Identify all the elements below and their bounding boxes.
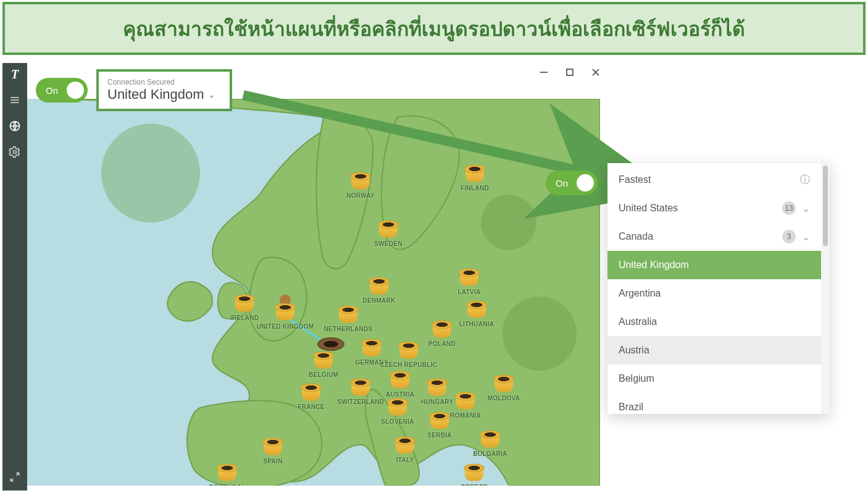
map-marker-label: LITHUANIA xyxy=(459,321,495,327)
server-count-badge: 3 xyxy=(782,230,796,243)
maximize-button[interactable] xyxy=(565,68,574,77)
pot-icon xyxy=(493,375,514,392)
pot-icon xyxy=(234,295,255,312)
map-marker-sweden[interactable]: SWEDEN xyxy=(374,221,403,247)
close-button[interactable] xyxy=(591,68,600,77)
map-marker-poland[interactable]: POLAND xyxy=(428,321,456,347)
map-marker-portugal[interactable]: PORTUGAL xyxy=(213,464,241,486)
map-marker-united-kingdom[interactable]: UNITED KINGDOM xyxy=(271,303,299,330)
dropdown-item-brazil[interactable]: Brazil xyxy=(607,393,821,414)
map-marker-slovenia[interactable]: SLOVENIA xyxy=(383,398,412,425)
dropdown-item-label: Australia xyxy=(619,316,657,327)
globe-icon[interactable] xyxy=(7,119,22,133)
map-marker-switzerland[interactable]: SWITZERLAND xyxy=(346,379,375,405)
map-marker-label: MOLDOVA xyxy=(488,395,520,402)
map-marker-label: POLAND xyxy=(428,340,456,347)
app-window: T On Connection Secured United Kingdom xyxy=(2,58,866,491)
dropdown-item-label: Fastest xyxy=(619,174,651,185)
dropdown-item-belgium[interactable]: Belgium xyxy=(607,364,821,393)
map-marker-hungary[interactable]: HUNGARY xyxy=(423,379,451,405)
map-marker-denmark[interactable]: DENMARK xyxy=(365,277,393,304)
chevron-down-icon[interactable]: ⌄ xyxy=(802,231,810,243)
map-marker-austria[interactable]: AUSTRIA xyxy=(386,371,414,398)
map-marker-label: NETHERLANDS xyxy=(324,326,373,332)
pot-icon xyxy=(387,398,408,416)
menu-icon[interactable] xyxy=(7,93,22,107)
pot-icon xyxy=(459,269,480,286)
pot-icon xyxy=(464,165,485,182)
map-marker-label: IRELAND xyxy=(230,314,259,321)
dropdown-item-label: Argentina xyxy=(619,288,661,299)
map-marker-label: AUSTRIA xyxy=(386,391,415,398)
map-marker-label: SERBIA xyxy=(427,432,452,439)
resize-icon[interactable] xyxy=(7,470,22,484)
toggle-label: On xyxy=(46,85,58,96)
dropdown-item-argentina[interactable]: Argentina xyxy=(607,279,821,308)
map-marker-moldova[interactable]: MOLDOVA xyxy=(490,375,518,402)
dropdown-item-australia[interactable]: Australia xyxy=(607,308,821,336)
map-marker-italy[interactable]: ITALY xyxy=(391,437,419,463)
server-count-badge: 13 xyxy=(782,201,796,215)
sidebar: T xyxy=(2,63,27,491)
pot-icon xyxy=(394,437,415,454)
map-marker-label: SPAIN xyxy=(263,458,282,465)
pot-icon xyxy=(432,321,453,338)
map-marker-bulgaria[interactable]: BULGARIA xyxy=(476,431,504,457)
pot-icon xyxy=(378,221,399,238)
map-marker-label: SWEDEN xyxy=(374,240,403,247)
server-map[interactable]: NORWAYFINLANDSWEDENLATVIADENMARKLITHUANI… xyxy=(27,99,600,486)
map-marker-czech-republic[interactable]: CZECH REPUBLIC xyxy=(394,342,423,368)
map-marker-latvia[interactable]: LATVIA xyxy=(455,269,483,295)
dropdown-item-fastest[interactable]: Fastestⓘ xyxy=(607,166,821,194)
pot-icon xyxy=(429,412,450,429)
map-marker-spain[interactable]: SPAIN xyxy=(259,438,287,465)
pot-icon xyxy=(398,342,419,359)
connection-toggle-secondary[interactable]: On xyxy=(546,171,598,195)
server-dropdown-list: On FastestⓘUnited States13⌄Canada3⌄Unite… xyxy=(607,163,830,414)
map-marker-france[interactable]: FRANCE xyxy=(297,384,325,410)
map-marker-romania[interactable]: ROMANIA xyxy=(451,392,480,419)
pot-icon xyxy=(275,303,296,321)
pot-icon xyxy=(350,172,371,190)
top-bar: On Connection Secured United Kingdom ⌄ xyxy=(36,69,232,111)
connection-line xyxy=(27,99,600,486)
pot-icon xyxy=(480,431,501,448)
pot-icon xyxy=(301,384,322,401)
minimize-button[interactable] xyxy=(540,68,548,77)
map-marker-ireland[interactable]: IRELAND xyxy=(230,295,259,321)
pot-icon xyxy=(338,306,359,323)
map-marker-netherlands[interactable]: NETHERLANDS xyxy=(334,306,362,332)
dropdown-item-united-states[interactable]: United States13⌄ xyxy=(607,194,821,222)
map-marker-finland[interactable]: FINLAND xyxy=(461,165,489,192)
map-marker-label: DENMARK xyxy=(362,297,395,304)
pot-icon xyxy=(455,392,476,410)
server-dropdown-button[interactable]: Connection Secured United Kingdom ⌄ xyxy=(96,69,232,111)
svg-rect-6 xyxy=(567,69,573,75)
dropdown-item-united-kingdom[interactable]: United Kingdom xyxy=(607,251,821,279)
map-marker-label: FRANCE xyxy=(298,403,324,410)
map-marker-belgium[interactable]: BELGIUM xyxy=(309,352,338,378)
map-marker-label: UNITED KINGDOM xyxy=(257,323,314,330)
map-marker-label: CZECH REPUBLIC xyxy=(380,361,438,368)
dropdown-item-canada[interactable]: Canada3⌄ xyxy=(607,222,821,251)
map-marker-greece[interactable]: GREECE xyxy=(460,464,488,486)
dropdown-item-label: Belgium xyxy=(619,373,654,384)
info-icon[interactable]: ⓘ xyxy=(800,174,810,187)
pot-icon xyxy=(361,339,382,356)
dropdown-scroll-area[interactable]: FastestⓘUnited States13⌄Canada3⌄United K… xyxy=(607,163,821,414)
pot-icon xyxy=(464,464,485,481)
map-marker-label: FINLAND xyxy=(461,185,489,192)
toggle-knob xyxy=(67,82,84,99)
dropdown-scrollbar[interactable] xyxy=(821,163,830,414)
scrollbar-thumb[interactable] xyxy=(823,166,828,246)
map-marker-norway[interactable]: NORWAY xyxy=(346,172,375,199)
map-marker-lithuania[interactable]: LITHUANIA xyxy=(462,301,491,327)
map-marker-label: GREECE xyxy=(461,484,488,486)
map-marker-serbia[interactable]: SERBIA xyxy=(425,412,454,439)
settings-icon[interactable] xyxy=(7,145,22,159)
pot-icon xyxy=(350,379,371,396)
dropdown-item-label: Canada xyxy=(619,231,653,242)
dropdown-item-austria[interactable]: Austria xyxy=(607,336,821,364)
chevron-down-icon[interactable]: ⌄ xyxy=(802,203,810,214)
connection-toggle[interactable]: On xyxy=(36,78,88,103)
